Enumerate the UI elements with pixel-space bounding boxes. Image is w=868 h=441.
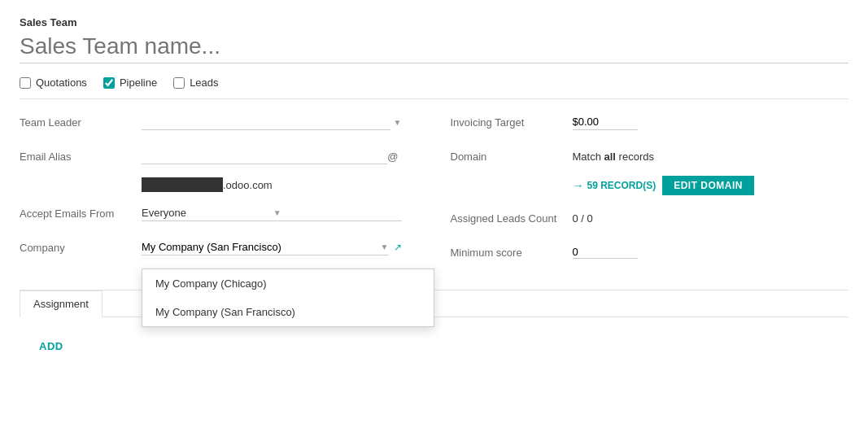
company-label: Company (20, 242, 142, 254)
records-row: → 59 RECORD(S) EDIT DOMAIN (573, 172, 849, 199)
company-input[interactable] (142, 241, 377, 253)
accept-emails-dropdown-arrow[interactable]: ▼ (273, 208, 402, 217)
team-leader-label: Team Leader (20, 116, 142, 129)
email-domain-row: .odoo.com (142, 177, 402, 192)
company-dropdown-arrow[interactable]: ▼ (381, 242, 389, 251)
team-leader-input[interactable] (142, 114, 390, 130)
minimum-score-value-wrap (573, 246, 849, 259)
team-leader-row: Team Leader ▼ (20, 109, 402, 135)
accept-emails-value: Everyone (142, 207, 270, 219)
accept-emails-select[interactable]: Everyone ▼ (142, 205, 402, 221)
tab-assignment[interactable]: Assignment (20, 290, 103, 317)
leads-label: Leads (190, 76, 218, 89)
company-option-chicago[interactable]: My Company (Chicago) (142, 269, 434, 298)
quotations-checkbox[interactable]: Quotations (20, 76, 87, 89)
email-domain-prefix (142, 177, 223, 192)
pipeline-checkbox-input[interactable] (103, 77, 115, 89)
minimum-score-input[interactable] (573, 246, 638, 259)
invoicing-target-value (573, 114, 849, 130)
match-all-text: Match all records (573, 151, 654, 163)
invoicing-target-label: Invoicing Target (451, 116, 573, 129)
accept-emails-label: Accept Emails From (20, 207, 142, 220)
quotations-label: Quotations (36, 76, 87, 89)
email-alias-row: Email Alias @ (20, 143, 402, 169)
leads-checkbox-input[interactable] (173, 77, 185, 89)
company-option-sf[interactable]: My Company (San Francisco) (142, 298, 434, 326)
team-leader-dropdown-arrow[interactable]: ▼ (394, 118, 402, 127)
invoicing-target-row: Invoicing Target (451, 109, 849, 135)
domain-row: Domain Match all records (451, 143, 849, 169)
at-symbol: @ (387, 151, 398, 163)
external-link-icon[interactable]: ↗ (394, 242, 402, 253)
minimum-score-label: Minimum score (451, 247, 573, 259)
company-row: Company ▼ ↗ My Company (Chicago) My Comp… (20, 234, 402, 260)
form-left: Team Leader ▼ Email Alias @ .odoo.com (20, 109, 434, 273)
email-domain-suffix: .odoo.com (223, 179, 273, 191)
checkboxes-row: Quotations Pipeline Leads (20, 76, 848, 89)
team-name-input[interactable] (20, 33, 848, 63)
form-grid: Team Leader ▼ Email Alias @ .odoo.com (20, 109, 848, 273)
domain-value: Match all records (573, 151, 849, 163)
pipeline-label: Pipeline (120, 76, 157, 89)
email-alias-input[interactable] (142, 148, 387, 164)
accept-emails-input-wrap: Everyone ▼ (142, 205, 402, 221)
minimum-score-row: Minimum score (451, 239, 849, 265)
divider (20, 98, 848, 99)
invoicing-target-input[interactable] (573, 114, 638, 130)
assigned-leads-row: Assigned Leads Count 0 / 0 (451, 205, 849, 231)
company-input-wrap: ▼ ↗ My Company (Chicago) My Company (San… (142, 239, 402, 255)
form-right: Invoicing Target Domain Match all record… (434, 109, 849, 273)
sales-team-section-label: Sales Team (20, 16, 848, 28)
accept-emails-row: Accept Emails From Everyone ▼ (20, 200, 402, 226)
edit-domain-button[interactable]: EDIT DOMAIN (662, 176, 754, 195)
leads-checkbox[interactable]: Leads (173, 76, 218, 89)
assigned-leads-label: Assigned Leads Count (451, 212, 573, 225)
pipeline-checkbox[interactable]: Pipeline (103, 76, 157, 89)
email-alias-label: Email Alias (20, 151, 142, 163)
records-arrow: → (573, 179, 584, 192)
email-alias-input-wrap: @ (142, 148, 402, 164)
records-count-link[interactable]: 59 RECORD(S) (587, 180, 656, 191)
company-dropdown: My Company (Chicago) My Company (San Fra… (142, 269, 434, 327)
domain-label: Domain (451, 151, 573, 163)
assigned-leads-value: 0 / 0 (573, 212, 849, 225)
add-button[interactable]: ADD (20, 330, 83, 362)
company-select[interactable]: ▼ (142, 239, 389, 255)
quotations-checkbox-input[interactable] (20, 77, 31, 89)
team-leader-input-wrap: ▼ (142, 114, 402, 130)
